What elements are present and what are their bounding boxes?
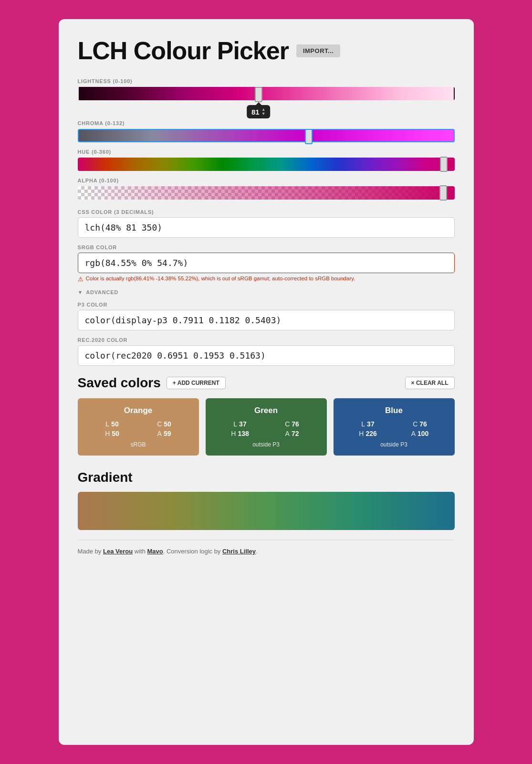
green-C-value: C 76	[266, 420, 318, 428]
triangle-icon: ▼	[78, 289, 83, 295]
color-card-orange[interactable]: Orange L 50 C 50 H 50 A 59 s	[78, 398, 199, 456]
color-card-orange-values: L 50 C 50 H 50 A 59	[86, 420, 190, 437]
alpha-label: ALPHA (0-100)	[78, 178, 455, 183]
chroma-slider-wrapper	[78, 129, 455, 142]
hue-slider-wrapper	[78, 158, 455, 171]
blue-gamut: outside P3	[342, 441, 446, 448]
lightness-label: LIGHTNESS (0-100)	[78, 78, 455, 84]
warning-icon: ⚠	[78, 276, 83, 283]
saved-colors-title: Saved colors	[78, 375, 161, 391]
color-card-green-name: Green	[214, 406, 318, 415]
rec2020-color-section: REC.2020 COLOR	[78, 337, 455, 366]
import-button[interactable]: IMPORT...	[296, 44, 340, 57]
app-title: LCH Colour Picker	[78, 36, 289, 65]
gradient-section: Gradient	[78, 470, 455, 530]
chroma-label: CHROMA (0-132)	[78, 120, 455, 126]
alpha-thumb[interactable]	[439, 185, 447, 201]
color-card-orange-name: Orange	[86, 406, 190, 415]
stepper-arrows[interactable]: ▲▼	[261, 107, 266, 116]
chroma-slider-section: CHROMA (0-132)	[78, 120, 455, 142]
alpha-slider-wrapper	[78, 186, 455, 200]
color-card-blue[interactable]: Blue L 37 C 76 H 226 A 100 o	[334, 398, 455, 456]
gradient-bar	[78, 492, 455, 530]
lightness-slider-wrapper: 81 ▲▼	[78, 87, 455, 100]
p3-color-input[interactable]	[78, 310, 455, 330]
green-gamut: outside P3	[214, 441, 318, 448]
orange-L-value: L 50	[86, 420, 138, 428]
lightness-slider-section: LIGHTNESS (0-100) 81 ▲▼	[78, 78, 455, 100]
p3-color-label: P3 COLOR	[78, 302, 455, 308]
hue-thumb[interactable]	[440, 157, 448, 172]
hue-label: HUE (0-360)	[78, 149, 455, 155]
srgb-color-input[interactable]	[78, 253, 455, 273]
saved-colors-header: Saved colors + ADD CURRENT × CLEAR ALL	[78, 375, 455, 391]
advanced-toggle[interactable]: ▼ ADVANCED	[78, 289, 455, 295]
rec2020-color-input[interactable]	[78, 345, 455, 366]
hue-slider-section: HUE (0-360)	[78, 149, 455, 171]
color-card-blue-values: L 37 C 76 H 226 A 100	[342, 420, 446, 437]
chroma-thumb[interactable]	[305, 129, 313, 144]
css-color-input[interactable]	[78, 217, 455, 238]
lightness-thumb[interactable]	[255, 87, 262, 102]
rec2020-color-label: REC.2020 COLOR	[78, 337, 455, 343]
orange-A-value: A 59	[138, 430, 190, 437]
blue-A-value: A 100	[394, 430, 446, 437]
srgb-color-section: sRGB COLOR ⚠ Color is actually rgb(86.41…	[78, 244, 455, 283]
lightness-track[interactable]: 81 ▲▼	[78, 87, 455, 100]
hue-track[interactable]	[78, 158, 455, 171]
green-A-value: A 72	[266, 430, 318, 437]
color-card-blue-name: Blue	[342, 406, 446, 415]
chroma-track[interactable]	[78, 129, 455, 142]
chris-lilley-link[interactable]: Chris Lilley	[222, 548, 256, 555]
css-color-label: CSS COLOR (3 DECIMALS)	[78, 209, 455, 215]
color-card-green[interactable]: Green L 37 C 76 H 138 A 72 o	[206, 398, 327, 456]
lightness-tooltip: 81 ▲▼	[247, 105, 271, 118]
clear-all-button[interactable]: × CLEAR ALL	[405, 377, 455, 389]
lea-verou-link[interactable]: Lea Verou	[103, 548, 133, 555]
mavo-link[interactable]: Mavo	[147, 548, 163, 555]
orange-gamut: sRGB	[86, 441, 190, 448]
saved-colors-grid: Orange L 50 C 50 H 50 A 59 s	[78, 398, 455, 456]
css-color-section: CSS COLOR (3 DECIMALS)	[78, 209, 455, 238]
blue-C-value: C 76	[394, 420, 446, 428]
alpha-slider-section: ALPHA (0-100)	[78, 178, 455, 200]
gradient-title: Gradient	[78, 470, 455, 485]
footer: Made by Lea Verou with Mavo. Conversion …	[78, 540, 455, 555]
p3-color-section: P3 COLOR	[78, 302, 455, 330]
orange-H-value: H 50	[86, 430, 138, 437]
color-card-green-values: L 37 C 76 H 138 A 72	[214, 420, 318, 437]
srgb-error-message: ⚠ Color is actually rgb(86.41% -14.38% 5…	[78, 276, 455, 283]
srgb-color-label: sRGB COLOR	[78, 244, 455, 250]
header: LCH Colour Picker IMPORT...	[78, 36, 455, 65]
blue-H-value: H 226	[342, 430, 394, 437]
main-card: LCH Colour Picker IMPORT... LIGHTNESS (0…	[59, 19, 474, 745]
alpha-track[interactable]	[78, 186, 455, 200]
blue-L-value: L 37	[342, 420, 394, 428]
green-L-value: L 37	[214, 420, 266, 428]
orange-C-value: C 50	[138, 420, 190, 428]
green-H-value: H 138	[214, 430, 266, 437]
add-current-button[interactable]: + ADD CURRENT	[167, 377, 226, 389]
